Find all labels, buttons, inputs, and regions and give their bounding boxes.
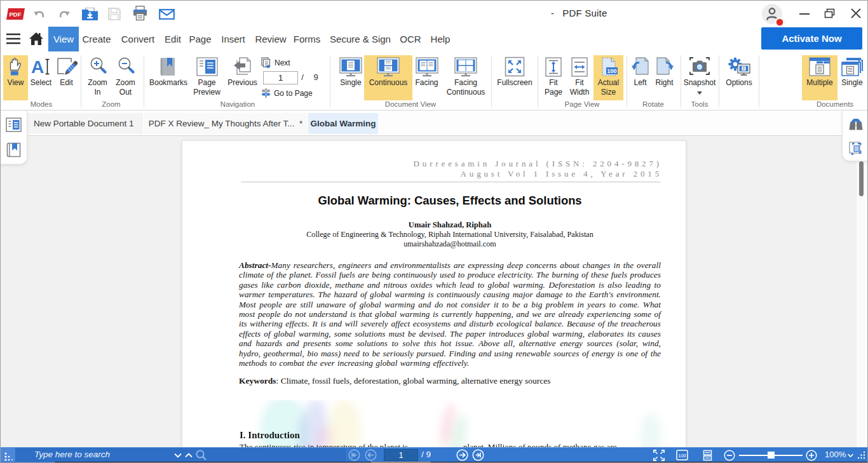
scrollbar-thumb[interactable] xyxy=(859,161,864,196)
group-separator xyxy=(491,55,492,107)
edit-mode-button[interactable]: Edit xyxy=(54,55,79,100)
actual-size-status-icon[interactable]: 100 xyxy=(676,448,688,462)
menu-tab-help[interactable]: Help xyxy=(427,27,454,51)
first-page-button[interactable] xyxy=(348,448,360,462)
status-page-number-input[interactable]: 1 xyxy=(384,449,418,461)
zoom-in-status-button[interactable] xyxy=(806,448,817,462)
search-binoculars-button[interactable] xyxy=(848,116,864,133)
home-icon[interactable] xyxy=(29,32,45,47)
actual-size-icon: 100 xyxy=(599,55,619,78)
paper-title: Global Warming: Causes, Effects and Solu… xyxy=(239,194,661,208)
rotate-left-icon xyxy=(631,55,650,78)
group-label-documents: Documents xyxy=(817,100,853,108)
snapshot-dropdown-caret[interactable] xyxy=(697,91,702,95)
menu-tab-edit[interactable]: Edit xyxy=(161,27,184,51)
search-previous-match-icon[interactable] xyxy=(184,448,193,462)
zoom-out-button[interactable]: ZoomOut xyxy=(111,55,140,100)
next-page-icon xyxy=(261,57,272,69)
resize-grip-icon[interactable] xyxy=(857,448,866,462)
group-label-page-view: Page View xyxy=(565,100,600,108)
page-number-input[interactable]: 1 xyxy=(263,71,298,84)
previous-page-button[interactable]: Previous xyxy=(225,55,260,100)
fit-page-button[interactable]: FitPage xyxy=(540,55,567,100)
document-tab-1[interactable]: New Portable Document 1 xyxy=(27,113,143,134)
select-cursor-icon: A xyxy=(31,55,51,78)
page-count-total: 9 xyxy=(312,72,320,82)
search-next-match-icon[interactable] xyxy=(173,448,182,462)
introduction-heading: I. Introduction xyxy=(240,430,300,441)
multiple-documents-button[interactable]: Multiple xyxy=(802,55,837,100)
last-page-button[interactable] xyxy=(472,448,484,462)
next-page-status-button[interactable] xyxy=(456,448,468,462)
status-grip-icon[interactable] xyxy=(1,448,15,462)
view-mode-button[interactable]: View xyxy=(3,55,28,100)
bookmarks-icon xyxy=(159,55,178,78)
zoom-percentage[interactable]: 100% xyxy=(825,450,846,459)
title-bar: PDF xyxy=(1,1,867,27)
save-icon[interactable] xyxy=(108,8,121,20)
fit-width-button[interactable]: FitWidth xyxy=(566,55,593,100)
menu-tab-ocr[interactable]: OCR xyxy=(398,27,423,51)
zoom-out-icon xyxy=(116,55,136,78)
bookmarks-panel-button[interactable] xyxy=(6,142,22,158)
next-page-button[interactable]: Next xyxy=(261,57,290,69)
menu-tab-page[interactable]: Page xyxy=(187,27,214,51)
menu-tab-insert[interactable]: Insert xyxy=(219,27,248,51)
print-icon[interactable] xyxy=(132,6,148,22)
rotate-left-button[interactable]: Left xyxy=(628,55,652,100)
paper-abstract: Abstract-Many researchers, engineers and… xyxy=(239,260,661,368)
go-to-page-button[interactable]: Go to Page xyxy=(261,88,313,98)
options-button[interactable]: Options xyxy=(720,55,758,100)
menu-tab-create[interactable]: Create xyxy=(80,27,113,51)
zoom-out-status-button[interactable] xyxy=(724,448,735,462)
continuous-view-button[interactable]: Continuous xyxy=(364,55,412,100)
activate-now-button[interactable]: Activate Now xyxy=(761,27,862,50)
snapshot-button[interactable]: Snapshot xyxy=(679,55,720,100)
fit-screen-status-icon[interactable] xyxy=(653,448,665,462)
minimize-button[interactable] xyxy=(796,4,813,22)
group-separator xyxy=(81,55,81,107)
single-document-button[interactable]: Single xyxy=(838,55,866,100)
group-separator xyxy=(759,55,759,107)
previous-page-status-button[interactable] xyxy=(365,448,377,462)
snapshot-region-button[interactable] xyxy=(848,140,864,157)
menu-tab-forms[interactable]: Forms xyxy=(291,27,323,51)
facing-view-button[interactable]: Facing xyxy=(412,55,441,100)
zoom-in-button[interactable]: ZoomIn xyxy=(83,55,112,100)
undo-icon[interactable] xyxy=(34,10,44,19)
account-avatar[interactable] xyxy=(761,4,783,25)
search-magnifier-icon[interactable] xyxy=(195,448,207,462)
bookmarks-button[interactable]: Bookmarks xyxy=(146,55,191,100)
page-thumbnails-panel-button[interactable] xyxy=(6,116,22,133)
menu-tab-review[interactable]: Review xyxy=(254,27,287,51)
facing-continuous-view-button[interactable]: FacingContinuous xyxy=(444,55,488,100)
redo-icon[interactable] xyxy=(59,10,70,19)
introduction-text-left-column: The continuous rise in temperature of th… xyxy=(240,442,438,447)
status-bar: Type here to search 1 / 9 xyxy=(1,447,867,462)
document-tab-2[interactable]: PDF X Review_ My Thoughts After T... * xyxy=(144,113,307,134)
notification-dot xyxy=(776,19,783,25)
group-label-rotate: Rotate xyxy=(642,100,664,108)
page-preview-button[interactable]: PagePreview xyxy=(189,55,224,100)
menu-tab-secure-sign[interactable]: Secure & Sign xyxy=(328,27,393,51)
email-icon[interactable] xyxy=(159,9,175,20)
close-button[interactable] xyxy=(847,4,865,22)
menu-tab-convert[interactable]: Convert xyxy=(118,27,158,51)
page-layout-status-icon[interactable] xyxy=(703,448,712,462)
zoom-badge-text: 100 xyxy=(678,453,686,459)
paper-affiliation: College of Engineering & Technology, Rip… xyxy=(220,230,679,239)
facing-continuous-view-icon xyxy=(454,55,477,78)
menu-tab-view[interactable]: View xyxy=(48,27,79,51)
zoom-slider-thumb[interactable] xyxy=(768,452,775,459)
hamburger-menu-icon[interactable] xyxy=(6,32,22,47)
actual-size-button[interactable]: 100 ActualSize xyxy=(593,55,623,100)
page-preview-icon xyxy=(196,55,218,78)
zoom-dropdown-caret[interactable] xyxy=(847,448,854,462)
rotate-right-button[interactable]: Right xyxy=(653,55,676,100)
fullscreen-button[interactable]: Fullscreen xyxy=(494,55,536,100)
zoom-in-icon xyxy=(88,55,108,78)
open-file-icon[interactable] xyxy=(82,8,98,20)
maximize-button[interactable] xyxy=(821,4,839,22)
select-mode-button[interactable]: A Select xyxy=(29,55,53,100)
document-tab-3-active[interactable]: Global Warming xyxy=(308,113,378,134)
